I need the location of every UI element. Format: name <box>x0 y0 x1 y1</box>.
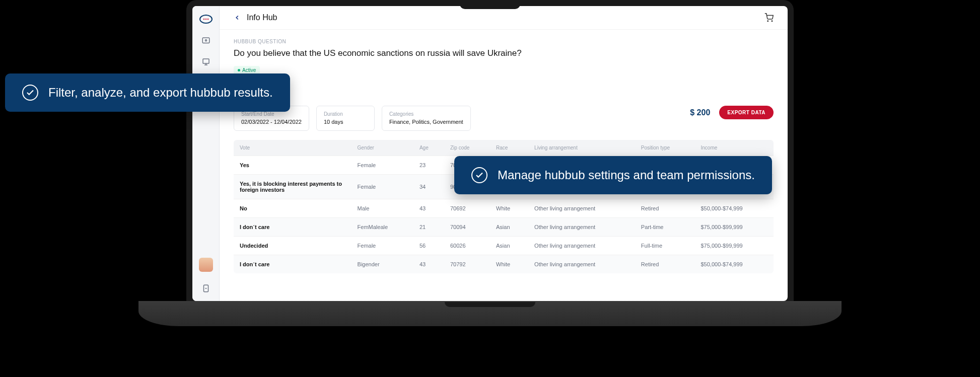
check-icon <box>22 85 38 101</box>
info-label: Categories <box>389 111 463 117</box>
price-export-group: $ 200 EXPORT DATA <box>690 106 774 119</box>
table-cell: Other living arrangement <box>528 255 635 274</box>
logout-icon[interactable] <box>201 284 211 293</box>
app-logo <box>199 14 213 24</box>
table-cell: Female <box>352 156 413 175</box>
table-cell: Yes, it is blocking interest payments to… <box>234 175 352 199</box>
table-cell: I don´t care <box>234 255 352 274</box>
app-screen: Info Hub HUBBUB QUESTION Do you believe … <box>192 6 788 301</box>
table-cell: $50,000-$74,999 <box>694 255 774 274</box>
table-cell: 70792 <box>444 255 490 274</box>
table-cell: White <box>490 199 528 218</box>
export-data-button[interactable]: EXPORT DATA <box>719 106 774 119</box>
price-value: $ 200 <box>690 108 710 117</box>
svg-point-1 <box>203 19 204 20</box>
question-text: Do you believe that the US economic sanc… <box>234 48 586 58</box>
table-column-header[interactable]: Gender <box>352 140 413 156</box>
table-cell: 56 <box>413 237 444 255</box>
table-cell: Bigender <box>352 255 413 274</box>
table-cell: 70094 <box>444 218 490 237</box>
table-column-header[interactable]: Age <box>413 140 444 156</box>
table-cell: $75,000-$99,999 <box>694 237 774 255</box>
table-cell: 23 <box>413 156 444 175</box>
topbar: Info Hub <box>220 6 788 30</box>
table-cell: FemMaleale <box>352 218 413 237</box>
table-column-header[interactable]: Zip code <box>444 140 490 156</box>
table-cell: Asian <box>490 237 528 255</box>
svg-rect-6 <box>203 59 209 63</box>
table-cell: 70692 <box>444 199 490 218</box>
table-cell: Yes <box>234 156 352 175</box>
table-cell: Other living arrangement <box>528 237 635 255</box>
table-cell: Full-time <box>635 237 695 255</box>
table-column-header[interactable]: Position type <box>635 140 695 156</box>
nav-item-2-icon[interactable] <box>201 57 211 66</box>
table-cell: Asian <box>490 218 528 237</box>
table-cell: Male <box>352 199 413 218</box>
table-row[interactable]: I don´t careFemMaleale2170094AsianOther … <box>234 218 774 237</box>
page-title: Info Hub <box>247 13 277 22</box>
table-column-header[interactable]: Race <box>490 140 528 156</box>
table-cell: I don´t care <box>234 218 352 237</box>
info-value: 10 days <box>324 118 367 125</box>
laptop-base <box>138 301 842 326</box>
main-content: Info Hub HUBBUB QUESTION Do you believe … <box>220 6 788 301</box>
table-cell: Female <box>352 175 413 199</box>
svg-point-3 <box>207 19 208 20</box>
table-cell: 43 <box>413 255 444 274</box>
back-button[interactable] <box>234 14 241 21</box>
callout-filter-export: Filter, analyze, and export hubbub resul… <box>5 73 290 112</box>
table-cell: Retired <box>635 255 695 274</box>
svg-point-5 <box>205 40 206 41</box>
info-cards-row: Start/End Date 02/03/2022 - 12/04/2022 D… <box>234 106 774 131</box>
question-eyebrow: HUBBUB QUESTION <box>234 39 774 44</box>
info-value: 02/03/2022 - 12/04/2022 <box>241 118 302 125</box>
table-cell: 60026 <box>444 237 490 255</box>
info-card-duration: Duration 10 days <box>316 106 375 131</box>
avatar[interactable] <box>199 258 213 272</box>
table-row[interactable]: UndecidedFemale5660026AsianOther living … <box>234 237 774 255</box>
table-cell: Part-time <box>635 218 695 237</box>
table-cell: No <box>234 199 352 218</box>
sidebar <box>192 6 220 301</box>
table-cell: $50,000-$74,999 <box>694 199 774 218</box>
svg-point-14 <box>767 21 768 22</box>
table-cell: White <box>490 255 528 274</box>
table-cell: Female <box>352 237 413 255</box>
screen-bezel: Info Hub HUBBUB QUESTION Do you believe … <box>186 0 794 307</box>
table-row[interactable]: I don´t careBigender4370792WhiteOther li… <box>234 255 774 274</box>
table-cell: 21 <box>413 218 444 237</box>
cart-icon[interactable] <box>764 13 774 22</box>
svg-point-15 <box>772 21 773 22</box>
svg-point-2 <box>205 19 206 20</box>
check-icon <box>471 167 487 183</box>
callout-text: Filter, analyze, and export hubbub resul… <box>48 86 273 100</box>
table-cell: $75,000-$99,999 <box>694 218 774 237</box>
table-cell: 34 <box>413 175 444 199</box>
table-column-header[interactable]: Vote <box>234 140 352 156</box>
table-cell: Other living arrangement <box>528 218 635 237</box>
table-cell: Undecided <box>234 237 352 255</box>
laptop-notch <box>460 0 520 9</box>
table-column-header[interactable]: Living arrangement <box>528 140 635 156</box>
callout-manage-settings: Manage hubbub settings and team permissi… <box>454 156 772 194</box>
table-column-header[interactable]: Income <box>694 140 774 156</box>
info-value: Finance, Politics, Government <box>389 118 463 125</box>
table-row[interactable]: NoMale4370692WhiteOther living arrangeme… <box>234 199 774 218</box>
callout-text: Manage hubbub settings and team permissi… <box>498 168 755 182</box>
info-label: Start/End Date <box>241 111 302 117</box>
svg-rect-4 <box>202 38 209 43</box>
table-cell: 43 <box>413 199 444 218</box>
info-card-categories: Categories Finance, Politics, Government <box>382 106 471 131</box>
table-cell: Retired <box>635 199 695 218</box>
info-label: Duration <box>324 111 367 117</box>
table-cell: Other living arrangement <box>528 199 635 218</box>
nav-item-1-icon[interactable] <box>201 36 211 45</box>
